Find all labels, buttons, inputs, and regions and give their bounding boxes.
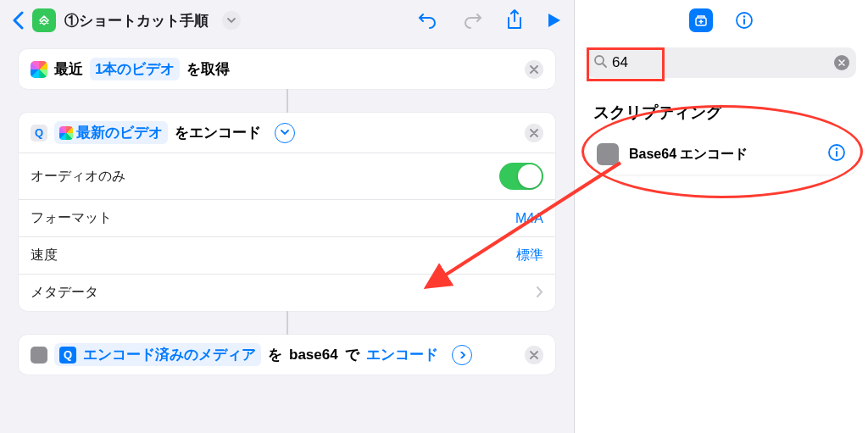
get-video-prefix: 最近 [54, 59, 83, 79]
get-video-suffix: を取得 [186, 59, 230, 79]
title-menu-chevron[interactable] [222, 11, 241, 30]
editor-toolbar: ①ショートカット手順 [0, 0, 574, 41]
svg-point-2 [743, 15, 745, 17]
remove-action-button[interactable] [525, 346, 543, 364]
chevron-right-icon [537, 286, 543, 301]
result-label: Base64 エンコード [629, 146, 748, 164]
search-field[interactable] [587, 47, 856, 78]
row-format[interactable]: フォーマット M4A [19, 199, 555, 236]
row-metadata[interactable]: メタデータ [19, 274, 555, 311]
encode-suffix: をエンコード [175, 123, 261, 142]
shortcut-app-icon [32, 8, 56, 32]
info-button[interactable] [735, 11, 754, 30]
result-info-button[interactable] [827, 143, 846, 165]
undo-button[interactable] [418, 11, 438, 30]
shortcut-title[interactable]: ①ショートカット手順 [64, 11, 209, 31]
row-speed[interactable]: 速度 標準 [19, 236, 555, 274]
quicktime-icon: Q [59, 347, 76, 364]
format-value: M4A [515, 211, 543, 226]
search-container [575, 41, 868, 83]
expand-toggle[interactable] [452, 345, 472, 365]
run-button[interactable] [547, 12, 562, 29]
action-base64-encode[interactable]: Q エンコード済みのメディア を base64 で エンコード [19, 335, 555, 375]
remove-action-button[interactable] [525, 124, 543, 142]
audio-only-toggle[interactable] [499, 163, 543, 190]
photos-icon [59, 126, 73, 140]
redo-button[interactable] [462, 11, 482, 30]
svg-rect-7 [836, 151, 837, 157]
collapse-toggle[interactable] [275, 123, 295, 143]
action-get-recent-video[interactable]: 最近 1本のビデオ を取得 [19, 49, 555, 89]
connector-line [19, 89, 555, 113]
section-scripting-title: スクリプティング [575, 83, 868, 134]
row-audio-only: オーディオのみ [19, 153, 555, 199]
remove-action-button[interactable] [525, 60, 543, 79]
scripting-icon [597, 143, 619, 165]
search-input[interactable] [612, 54, 829, 71]
svg-rect-3 [743, 19, 745, 25]
latest-video-variable[interactable]: 最新のビデオ [54, 121, 168, 144]
back-button[interactable] [12, 11, 24, 30]
actions-library-panel: スクリプティング Base64 エンコード [575, 0, 868, 433]
editor-panel: ①ショートカット手順 最近 1本 [0, 0, 575, 433]
search-icon [593, 54, 607, 71]
clear-search-button[interactable] [834, 55, 849, 70]
library-icon[interactable] [689, 8, 713, 32]
library-toolbar [575, 0, 868, 41]
action-result-base64-encode[interactable]: Base64 エンコード [587, 134, 856, 175]
action-encode-media[interactable]: Q 最新のビデオ をエンコード オーディオのみ フォーマット M4A [19, 113, 555, 311]
svg-point-6 [836, 147, 837, 149]
quicktime-icon: Q [31, 125, 47, 142]
speed-value: 標準 [516, 247, 543, 264]
video-count-variable[interactable]: 1本のビデオ [90, 58, 180, 80]
connector-line [19, 311, 555, 335]
encoded-media-variable[interactable]: Q エンコード済みのメディア [54, 343, 261, 366]
scripting-icon [31, 347, 47, 364]
workflow-content: 最近 1本のビデオ を取得 Q 最新のビデオ をエンコード [0, 41, 574, 433]
encode-mode-link[interactable]: エンコード [366, 345, 438, 364]
photos-icon [31, 61, 47, 78]
share-button[interactable] [506, 9, 523, 31]
